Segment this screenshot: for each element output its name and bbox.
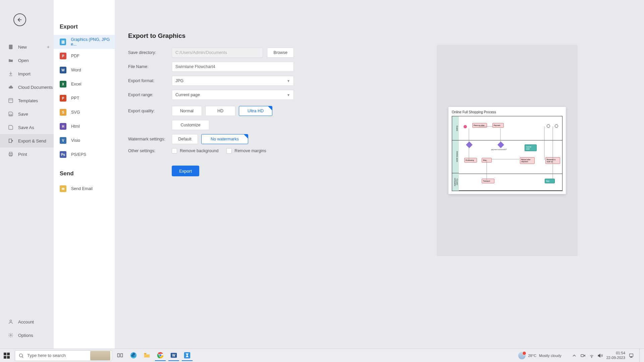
decision-node (466, 141, 473, 148)
exp-graphics[interactable]: 🖼Graphics (PNG, JPG e... (54, 35, 115, 49)
meet-now-icon[interactable] (580, 353, 586, 358)
export-format-column: Export 🖼Graphics (PNG, JPG e... PPDF WWo… (54, 0, 115, 349)
explorer-icon[interactable] (142, 350, 152, 361)
svg-rect-14 (10, 114, 12, 116)
label-quality: Export quality: (128, 109, 172, 113)
label-other: Other settings: (128, 148, 172, 153)
rail-save[interactable]: Save (0, 107, 54, 121)
svg-point-45 (591, 357, 592, 357)
svg-rect-29 (4, 356, 6, 359)
rail-print[interactable]: Print (0, 147, 54, 161)
format-select[interactable]: JPG▼ (172, 76, 294, 86)
flow-box: Ship (482, 158, 492, 163)
exp-label: Send Email (71, 186, 93, 191)
svg-rect-44 (581, 354, 584, 357)
exp-word[interactable]: WWord (54, 63, 115, 77)
exp-html[interactable]: HHtml (54, 119, 115, 133)
rail-label: Options (18, 333, 33, 338)
save-dir-input[interactable] (172, 48, 263, 58)
chrome-icon[interactable] (155, 350, 166, 361)
clock[interactable]: 01:54 22-09-2023 (606, 351, 625, 360)
left-rail: New+ Open Import Cloud Documents Templat… (0, 0, 54, 349)
quality-customize[interactable]: Customize (172, 120, 209, 130)
rail-label: Save (18, 112, 28, 117)
show-desktop[interactable] (639, 349, 641, 362)
svg-rect-12 (9, 99, 13, 103)
exp-ppt[interactable]: PPPT (54, 91, 115, 105)
preview-document: Online Full Shopping Process Guest Onlin… (448, 107, 566, 194)
exp-label: PDF (71, 54, 79, 58)
svg-rect-46 (630, 354, 633, 356)
chevron-down-icon: ▼ (287, 93, 290, 97)
quality-ultra-hd[interactable]: Ultra HD (239, 106, 272, 116)
rail-label: Cloud Documents (18, 85, 53, 90)
label-file-name: File Name: (128, 64, 172, 69)
range-value: Current page (175, 93, 200, 97)
rail-options[interactable]: Options (0, 328, 54, 342)
checkbox-icon (226, 148, 232, 154)
flow-box: Refund after shipment (520, 157, 535, 164)
weather-temp: 28°C (528, 354, 537, 358)
lane-label: Guest (452, 116, 459, 140)
word-icon: W (60, 67, 66, 73)
svg-rect-11 (9, 45, 13, 49)
export-button[interactable]: Export (172, 166, 199, 176)
edrawmax-icon[interactable] (182, 350, 193, 361)
weather-desc: Mostly cloudy (539, 354, 561, 358)
start-button[interactable] (0, 349, 13, 362)
browse-button[interactable]: Browse (267, 48, 294, 58)
plus-icon[interactable]: + (47, 44, 50, 50)
exp-excel[interactable]: XExcel (54, 77, 115, 91)
rail-import[interactable]: Import (0, 67, 54, 80)
svg-point-18 (10, 320, 11, 322)
send-heading: Send (54, 162, 115, 182)
rail-account[interactable]: Account (0, 315, 54, 328)
rail-export-send[interactable]: Export & Send (0, 134, 54, 147)
watermark-default[interactable]: Default (172, 134, 198, 144)
chk-remove-margins[interactable]: Remove margins (226, 148, 266, 154)
exp-label: PPT (71, 96, 79, 101)
svg-rect-30 (7, 356, 10, 359)
search-placeholder: Type here to search (27, 353, 66, 358)
image-icon: 🖼 (60, 39, 66, 45)
label-watermark: Watermark settings: (128, 137, 172, 141)
svg-point-31 (19, 354, 22, 357)
flow-box: Place an order (472, 123, 487, 128)
task-view-icon[interactable] (115, 350, 125, 361)
weather-widget[interactable]: 28°C Mostly cloudy (518, 352, 561, 359)
search-input[interactable]: Type here to search (15, 350, 112, 361)
exp-visio[interactable]: VVisio (54, 133, 115, 147)
notifications-icon[interactable] (629, 353, 634, 358)
exp-send-email[interactable]: ✉Send Email (54, 182, 115, 196)
quality-normal[interactable]: Normal (172, 106, 202, 116)
exp-ps[interactable]: PsPS/EPS (54, 147, 115, 162)
edge-icon[interactable] (128, 350, 139, 361)
tray-chevron-icon[interactable] (572, 353, 577, 358)
exp-pdf[interactable]: PPDF (54, 49, 115, 63)
time: 01:54 (606, 351, 625, 355)
rail-open[interactable]: Open (0, 54, 54, 67)
rail-new[interactable]: New+ (0, 40, 54, 54)
volume-icon[interactable] (598, 353, 603, 358)
end-node (555, 124, 558, 128)
flow-box: Processing (464, 158, 477, 163)
back-button[interactable] (13, 13, 26, 26)
rail-cloud[interactable]: Cloud Documents (0, 80, 54, 94)
exp-svg[interactable]: SSVG (54, 105, 115, 119)
lane-label: Courier company (452, 173, 459, 191)
range-select[interactable]: Current page▼ (172, 90, 294, 100)
flow-box: Payment (492, 123, 504, 128)
chk-remove-bg[interactable]: Remove background (172, 148, 218, 154)
svg-rect-33 (118, 354, 120, 357)
rail-save-as[interactable]: Save As (0, 121, 54, 134)
weather-icon (518, 352, 526, 359)
word-icon[interactable]: W (168, 350, 179, 361)
wifi-icon[interactable] (589, 353, 594, 358)
quality-hd[interactable]: HD (205, 106, 235, 116)
file-name-input[interactable] (172, 62, 294, 72)
flow-box: Sign (545, 179, 555, 183)
rail-templates[interactable]: Templates (0, 94, 54, 107)
watermark-none[interactable]: No watermarks (201, 134, 248, 144)
label-save-dir: Save directory: (128, 50, 172, 55)
email-icon: ✉ (60, 185, 66, 192)
